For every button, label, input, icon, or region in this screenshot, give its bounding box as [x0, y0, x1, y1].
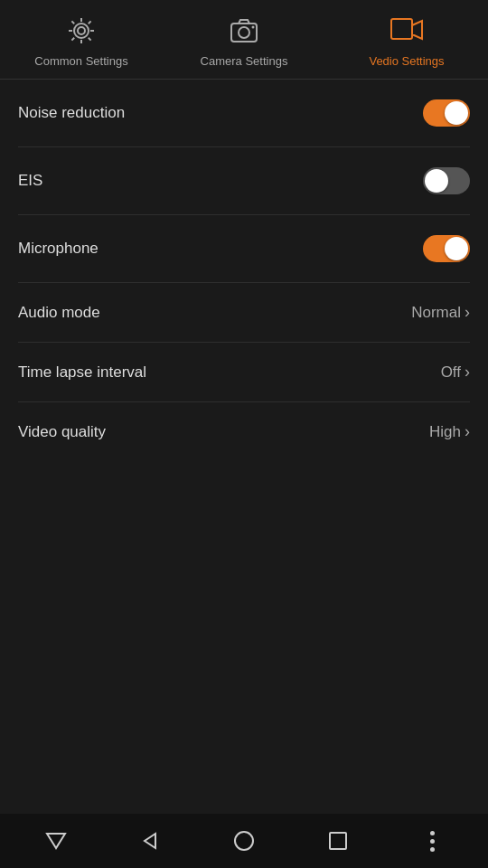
microphone-toggle[interactable] [423, 235, 470, 262]
time-lapse-label: Time lapse interval [18, 363, 146, 382]
back-button[interactable] [128, 819, 172, 863]
gear-icon [65, 14, 98, 47]
microphone-label: Microphone [18, 240, 99, 258]
dot-3 [430, 847, 435, 852]
more-options-button[interactable] [410, 819, 454, 863]
home-button[interactable] [222, 819, 266, 863]
eis-row: EIS [18, 147, 470, 215]
svg-marker-8 [145, 834, 155, 848]
tab-video[interactable]: Vedio Settings [325, 14, 488, 68]
noise-reduction-thumb [445, 101, 468, 125]
dot-1 [430, 831, 435, 835]
bottom-navigation [0, 814, 488, 868]
time-lapse-value-container: Off › [441, 363, 470, 382]
video-quality-label: Video quality [18, 423, 106, 441]
svg-point-3 [239, 27, 249, 38]
audio-mode-value: Normal [411, 304, 461, 322]
microphone-row: Microphone [18, 215, 470, 283]
settings-list: Noise reduction EIS Microphone Audio mod… [0, 80, 488, 814]
top-navigation: Common Settings Camera Settings Vedio Se… [0, 0, 488, 80]
eis-thumb [425, 169, 448, 193]
svg-rect-5 [391, 19, 412, 39]
svg-marker-7 [47, 834, 65, 848]
svg-marker-6 [412, 21, 422, 39]
time-lapse-chevron-icon: › [465, 363, 470, 382]
recent-apps-button[interactable] [316, 819, 360, 863]
time-lapse-row[interactable]: Time lapse interval Off › [18, 343, 470, 402]
audio-mode-row[interactable]: Audio mode Normal › [18, 283, 470, 343]
tab-common[interactable]: Common Settings [0, 14, 163, 68]
dropdown-button[interactable] [34, 819, 78, 863]
eis-label: EIS [18, 172, 42, 190]
noise-reduction-label: Noise reduction [18, 104, 125, 122]
microphone-thumb [445, 237, 468, 260]
video-quality-chevron-icon: › [465, 422, 470, 441]
noise-reduction-toggle[interactable] [423, 99, 470, 127]
camera-icon [228, 14, 260, 47]
svg-point-9 [235, 832, 253, 850]
audio-mode-value-container: Normal › [411, 303, 470, 322]
video-icon [390, 14, 423, 47]
audio-mode-label: Audio mode [18, 304, 100, 322]
video-quality-value: High [429, 423, 461, 441]
svg-point-0 [78, 27, 85, 34]
audio-mode-chevron-icon: › [465, 303, 470, 322]
tab-video-label: Vedio Settings [369, 54, 444, 68]
svg-rect-10 [330, 833, 346, 849]
tab-camera[interactable]: Camera Settings [163, 14, 325, 68]
video-quality-row[interactable]: Video quality High › [18, 402, 470, 461]
svg-point-4 [252, 26, 255, 29]
svg-point-1 [74, 24, 89, 38]
noise-reduction-row: Noise reduction [18, 80, 470, 147]
eis-toggle[interactable] [423, 167, 470, 194]
video-quality-value-container: High › [429, 422, 470, 441]
time-lapse-value: Off [441, 363, 461, 382]
dot-2 [430, 839, 435, 844]
tab-camera-label: Camera Settings [201, 54, 288, 68]
tab-common-label: Common Settings [34, 54, 127, 68]
